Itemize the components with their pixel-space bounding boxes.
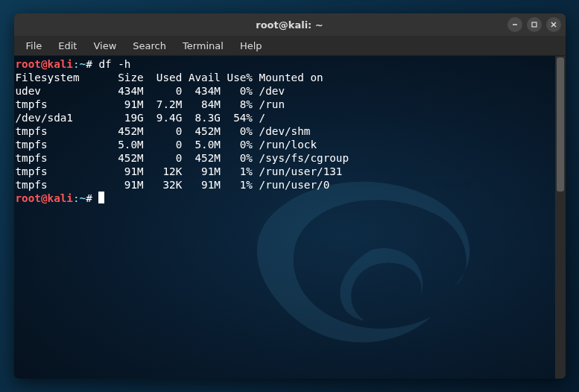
command-line: df -h xyxy=(98,58,130,70)
terminal-area[interactable]: root@kali:~# df -h Filesystem Size Used … xyxy=(14,56,566,379)
scrollbar[interactable] xyxy=(555,56,566,379)
df-row: tmpfs 5.0M 0 5.0M 0% /run/lock xyxy=(16,139,317,151)
titlebar[interactable]: root@kali: ~ xyxy=(14,13,566,36)
maximize-button[interactable] xyxy=(527,17,542,32)
prompt-host: kali xyxy=(48,192,73,204)
cursor xyxy=(98,192,104,203)
prompt-at: @ xyxy=(41,58,48,70)
menu-help[interactable]: Help xyxy=(232,39,270,53)
df-row: udev 434M 0 434M 0% /dev xyxy=(16,85,285,97)
window-title: root@kali: ~ xyxy=(256,19,323,31)
prompt-path: ~ xyxy=(80,192,86,204)
prompt-sep: : xyxy=(73,58,80,70)
minimize-button[interactable] xyxy=(507,17,522,32)
df-row: tmpfs 91M 7.2M 84M 8% /run xyxy=(16,98,285,110)
prompt-sigil: # xyxy=(86,58,92,70)
window-controls xyxy=(507,17,561,32)
close-button[interactable] xyxy=(546,17,561,32)
df-row: /dev/sda1 19G 9.4G 8.3G 54% / xyxy=(16,112,266,124)
terminal-window: root@kali: ~ File Edit View Search Termi… xyxy=(14,13,566,379)
df-row: tmpfs 91M 12K 91M 1% /run/user/131 xyxy=(16,165,343,177)
menu-edit[interactable]: Edit xyxy=(51,39,84,53)
prompt-user: root xyxy=(16,192,41,204)
df-row: tmpfs 91M 32K 91M 1% /run/user/0 xyxy=(16,179,330,191)
minimize-icon xyxy=(511,21,519,28)
prompt-host: kali xyxy=(48,58,73,70)
prompt-sigil: # xyxy=(86,192,92,204)
df-header: Filesystem Size Used Avail Use% Mounted … xyxy=(16,72,323,83)
prompt-path: ~ xyxy=(80,58,86,70)
menu-view[interactable]: View xyxy=(86,39,124,53)
prompt-user: root xyxy=(16,58,41,70)
df-row: tmpfs 452M 0 452M 0% /sys/fs/cgroup xyxy=(16,152,349,164)
scrollbar-thumb[interactable] xyxy=(557,57,564,192)
close-icon xyxy=(550,21,557,28)
menu-file[interactable]: File xyxy=(19,39,50,53)
maximize-icon xyxy=(531,21,538,28)
terminal-output[interactable]: root@kali:~# df -h Filesystem Size Used … xyxy=(14,56,555,379)
desktop: root@kali: ~ File Edit View Search Termi… xyxy=(0,0,579,392)
menu-terminal[interactable]: Terminal xyxy=(175,39,231,53)
menubar: File Edit View Search Terminal Help xyxy=(14,36,566,56)
df-row: tmpfs 452M 0 452M 0% /dev/shm xyxy=(16,125,311,137)
svg-rect-1 xyxy=(532,22,537,27)
prompt-at: @ xyxy=(41,192,48,204)
menu-search[interactable]: Search xyxy=(125,39,174,53)
prompt-sep: : xyxy=(73,192,80,204)
